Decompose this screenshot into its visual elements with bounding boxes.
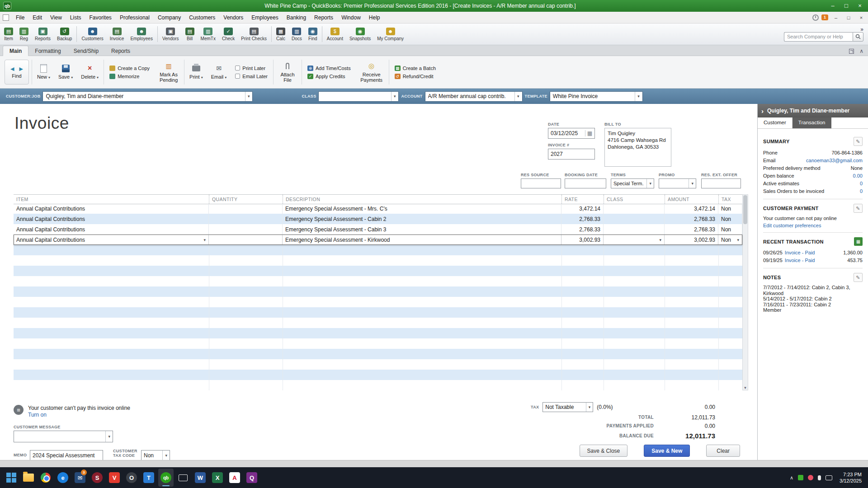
- cell-class[interactable]: ▾: [604, 235, 665, 245]
- search-button[interactable]: [853, 32, 863, 42]
- col-tax[interactable]: TAX: [718, 195, 742, 204]
- panel-header[interactable]: › Quigley, Tim and Diane-member: [758, 104, 868, 117]
- chevron-right-icon[interactable]: ›: [761, 107, 764, 115]
- remote-desktop-icon[interactable]: [175, 469, 191, 487]
- menu-lists[interactable]: Lists: [66, 13, 85, 22]
- open-balance-link[interactable]: 0.00: [853, 173, 863, 178]
- toolbar-my-company[interactable]: ☻My Company: [374, 24, 407, 44]
- menu-vendors[interactable]: Vendors: [219, 13, 247, 22]
- memo-input[interactable]: 2024 Special Assessment: [30, 450, 103, 460]
- scroll-down-icon[interactable]: ▼: [743, 386, 748, 390]
- cell-description[interactable]: Emergency Special Assessment - Cabin 2: [283, 214, 561, 224]
- tab-main[interactable]: Main: [3, 46, 28, 56]
- menu-company[interactable]: Company: [154, 13, 185, 22]
- tray-expand-icon[interactable]: ∧: [790, 475, 793, 481]
- menu-window[interactable]: Window: [337, 13, 365, 22]
- tab-reports[interactable]: Reports: [105, 46, 137, 56]
- collapse-ribbon-icon[interactable]: ∧: [859, 48, 863, 54]
- calendar-icon[interactable]: ▦: [585, 130, 592, 136]
- tax-select[interactable]: Not Taxable ▾: [542, 402, 593, 412]
- search-input[interactable]: [784, 32, 853, 42]
- file-explorer-icon[interactable]: [21, 469, 36, 487]
- col-amount[interactable]: AMOUNT: [665, 195, 718, 204]
- toolbar-snapshots[interactable]: ◉Snapshots: [346, 24, 374, 44]
- refund-credit-button[interactable]: ↺Refund/Credit: [393, 73, 438, 80]
- save-close-button[interactable]: Save & Close: [580, 445, 628, 457]
- clear-button[interactable]: Clear: [706, 445, 740, 457]
- cell-rate[interactable]: 3,002.93: [561, 235, 604, 245]
- tab-send-ship[interactable]: Send/Ship: [67, 46, 105, 56]
- menu-view[interactable]: View: [46, 13, 66, 22]
- table-row[interactable]: Annual Capital Contributions Emergency S…: [14, 214, 742, 224]
- cell-description[interactable]: Emergency Special Assessment - Mrs. C's: [283, 203, 561, 214]
- mail-icon[interactable]: ✉3: [72, 469, 88, 487]
- tray-app-icon[interactable]: [798, 475, 803, 480]
- edit-notes-icon[interactable]: ✎: [854, 273, 863, 282]
- obs-icon[interactable]: O: [124, 469, 139, 487]
- minimize-button[interactable]: –: [826, 1, 840, 10]
- child-close-button[interactable]: ×: [856, 15, 866, 20]
- toolbar-memtx[interactable]: ▥MemTx: [198, 24, 219, 44]
- email-button[interactable]: ✉Email ▾: [207, 58, 231, 86]
- toolbar-bill[interactable]: ▤Bill: [182, 24, 198, 44]
- account-select[interactable]: A/R Member annual cap contrib. ▾: [425, 91, 523, 102]
- customer-message-select[interactable]: ▾: [14, 431, 113, 442]
- teams-icon[interactable]: T: [141, 469, 156, 487]
- edge-icon[interactable]: e: [55, 469, 71, 487]
- col-rate[interactable]: RATE: [561, 195, 604, 204]
- create-copy-button[interactable]: Create a Copy: [108, 65, 151, 71]
- back-arrow-icon[interactable]: ◀: [9, 66, 16, 71]
- microphone-icon[interactable]: [818, 475, 821, 480]
- toolbar-invoice[interactable]: ▤Invoice: [107, 24, 127, 44]
- add-time-costs-button[interactable]: ⊕Add Time/Costs: [306, 65, 353, 71]
- child-restore-button[interactable]: □: [844, 15, 854, 20]
- cell-amount[interactable]: 2,768.33: [665, 214, 718, 224]
- cast-screen-icon[interactable]: [826, 475, 832, 480]
- chevron-down-icon[interactable]: ▾: [735, 235, 739, 245]
- transactions-icon[interactable]: ▦: [854, 237, 863, 246]
- cell-class[interactable]: [604, 203, 665, 214]
- edit-payment-icon[interactable]: ✎: [854, 204, 863, 213]
- table-row-selected[interactable]: Annual Capital Contributions▾ Emergency …: [14, 235, 742, 245]
- scrollbar-thumb[interactable]: [743, 195, 747, 224]
- reminder-clock-icon[interactable]: [812, 14, 819, 21]
- edit-customer-preferences-link[interactable]: Edit customer preferences: [763, 223, 863, 228]
- cell-quantity[interactable]: [209, 203, 283, 214]
- menu-professional[interactable]: Professional: [116, 13, 154, 22]
- taskbar-clock[interactable]: 7:23 PM 3/12/2025: [837, 471, 862, 484]
- invoice-number-input[interactable]: 2027: [548, 149, 595, 160]
- booking-date-input[interactable]: [565, 178, 606, 188]
- menu-reports[interactable]: Reports: [310, 13, 337, 22]
- promo-select[interactable]: ▾: [659, 178, 696, 188]
- cell-rate[interactable]: 3,472.14: [561, 203, 604, 214]
- menu-customers[interactable]: Customers: [185, 13, 219, 22]
- terms-select[interactable]: Special Term... ▾: [611, 178, 654, 188]
- menu-file[interactable]: File: [12, 13, 28, 22]
- find-navigator[interactable]: ◀ ▶ Find: [5, 60, 29, 84]
- tray-app-icon[interactable]: [808, 475, 813, 480]
- cell-rate[interactable]: 2,768.33: [561, 224, 604, 235]
- print-button[interactable]: Print ▾: [185, 58, 207, 86]
- maximize-button[interactable]: □: [840, 1, 853, 10]
- delete-button[interactable]: ×Delete ▾: [77, 58, 103, 86]
- date-input[interactable]: 03/12/2025 ▦: [548, 128, 595, 139]
- menu-employees[interactable]: Employees: [247, 13, 282, 22]
- toolbar-vendors[interactable]: ▣Vendors: [159, 24, 182, 44]
- col-quantity[interactable]: QUANTITY: [209, 195, 283, 204]
- col-item[interactable]: ITEM: [14, 195, 209, 204]
- attach-file-button[interactable]: Attach File: [274, 58, 301, 86]
- cell-item[interactable]: Annual Capital Contributions: [14, 224, 209, 235]
- child-minimize-button[interactable]: –: [831, 15, 841, 20]
- notification-badge[interactable]: 1: [821, 14, 828, 20]
- invoice-paid-link[interactable]: Invoice - Paid: [785, 258, 815, 263]
- close-button[interactable]: ×: [853, 1, 867, 10]
- panel-tab-transaction[interactable]: Transaction: [793, 117, 831, 128]
- excel-icon[interactable]: X: [210, 469, 225, 487]
- word-icon[interactable]: W: [193, 469, 208, 487]
- cell-tax[interactable]: Non: [718, 214, 742, 224]
- res-ext-offer-input[interactable]: [701, 178, 741, 188]
- template-select[interactable]: White Pine Invoice ▾: [550, 91, 643, 102]
- cell-tax[interactable]: Non: [718, 224, 742, 235]
- save-button[interactable]: Save ▾: [54, 58, 77, 86]
- toolbar-customers[interactable]: ☻Customers: [78, 24, 106, 44]
